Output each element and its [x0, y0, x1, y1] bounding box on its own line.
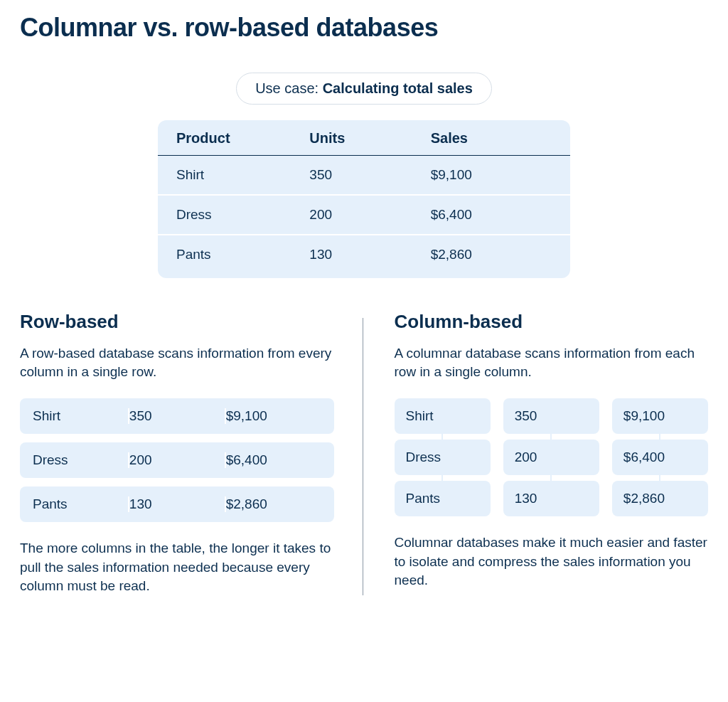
cb-cell: $2,860 — [612, 481, 708, 516]
column-based-section: Column-based A columnar database scans i… — [392, 311, 709, 595]
rb-cell-sales: $6,400 — [226, 452, 321, 468]
table-row: Shirt 350 $9,100 — [158, 156, 570, 196]
rb-cell-sales: $9,100 — [226, 408, 321, 424]
row-based-heading: Row-based — [20, 311, 334, 333]
table-header-row: Product Units Sales — [158, 130, 570, 156]
cb-cell: 130 — [503, 481, 599, 516]
cb-column-sales: $9,100 $6,400 $2,860 — [612, 398, 708, 516]
row-based-lead: A row-based database scans information f… — [20, 344, 334, 381]
rb-row: Dress 200 $6,400 — [20, 442, 334, 478]
column-based-visual: Shirt Dress Pants 350 200 130 $9,100 $6,… — [395, 398, 709, 516]
rb-cell-product: Dress — [33, 452, 129, 468]
rb-row: Pants 130 $2,860 — [20, 486, 334, 522]
cb-cell: $6,400 — [612, 440, 708, 475]
cell-sales: $9,100 — [431, 167, 552, 183]
cb-cell: 200 — [503, 440, 599, 475]
cb-cell: Pants — [395, 481, 491, 516]
rb-cell-product: Pants — [33, 496, 129, 512]
column-based-lead: A columnar database scans information fr… — [395, 344, 709, 381]
rb-cell-units: 200 — [129, 452, 226, 468]
example-data-table: Product Units Sales Shirt 350 $9,100 Dre… — [158, 120, 570, 278]
col-header-sales: Sales — [431, 130, 552, 147]
use-case-prefix: Use case: — [255, 80, 322, 96]
cell-product: Dress — [176, 207, 309, 223]
use-case-pill: Use case: Calculating total sales — [236, 73, 492, 105]
cell-product: Shirt — [176, 167, 309, 183]
rb-row: Shirt 350 $9,100 — [20, 398, 334, 434]
table-row: Pants 130 $2,860 — [158, 235, 570, 274]
row-based-tail: The more columns in the table, the longe… — [20, 539, 334, 595]
rb-cell-units: 350 — [129, 408, 226, 424]
page-title: Columnar vs. row-based databases — [20, 13, 708, 43]
row-based-visual: Shirt 350 $9,100 Dress 200 $6,400 Pants … — [20, 398, 334, 522]
cell-units: 130 — [309, 247, 430, 262]
section-divider — [363, 318, 363, 595]
cb-cell: $9,100 — [612, 398, 708, 434]
cb-column-units: 350 200 130 — [503, 398, 599, 516]
col-header-product: Product — [176, 130, 309, 147]
cell-units: 350 — [309, 167, 430, 183]
rb-cell-units: 130 — [129, 496, 226, 512]
col-header-units: Units — [309, 130, 430, 147]
cb-cell: 350 — [503, 398, 599, 434]
cell-sales: $2,860 — [431, 247, 552, 262]
rb-cell-sales: $2,860 — [226, 496, 321, 512]
cb-column-product: Shirt Dress Pants — [395, 398, 491, 516]
cell-units: 200 — [309, 207, 430, 223]
rb-cell-product: Shirt — [33, 408, 129, 424]
cell-product: Pants — [176, 247, 309, 262]
cell-sales: $6,400 — [431, 207, 552, 223]
column-based-heading: Column-based — [395, 311, 709, 333]
table-row: Dress 200 $6,400 — [158, 196, 570, 235]
cb-cell: Dress — [395, 440, 491, 475]
row-based-section: Row-based A row-based database scans inf… — [20, 311, 334, 595]
column-based-tail: Columnar databases make it much easier a… — [395, 533, 709, 590]
use-case-value: Calculating total sales — [323, 80, 473, 96]
cb-cell: Shirt — [395, 398, 491, 434]
